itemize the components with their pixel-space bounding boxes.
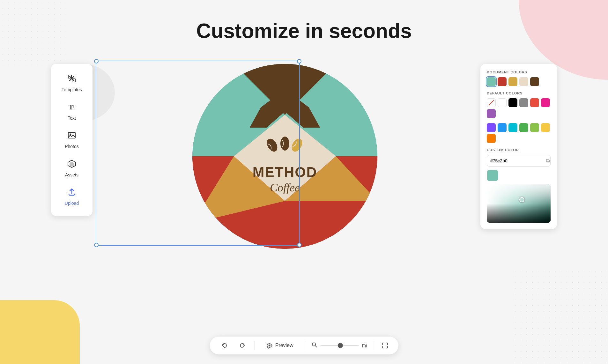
color-white[interactable]: [498, 98, 507, 107]
doc-color-red[interactable]: [498, 77, 507, 86]
color-cyan[interactable]: [508, 123, 517, 132]
color-black[interactable]: [508, 98, 517, 107]
handle-bottomleft[interactable]: [94, 243, 99, 247]
color-panel: DOCUMENT COLORS DEFAULT COLORS: [480, 64, 557, 229]
custom-color-title: CUSTOM COLOR: [487, 148, 551, 152]
color-violet[interactable]: [487, 123, 496, 132]
copy-icon[interactable]: ⧉: [546, 158, 550, 164]
preview-label: Preview: [275, 343, 293, 348]
zoom-controls: Fit: [312, 342, 367, 349]
color-none[interactable]: [487, 98, 496, 107]
handle-topleft[interactable]: [94, 59, 99, 63]
color-green[interactable]: [519, 123, 528, 132]
svg-marker-9: [70, 162, 74, 167]
svg-rect-6: [68, 132, 75, 138]
svg-text:Coffee: Coffee: [270, 181, 300, 194]
document-colors-row: [487, 77, 551, 86]
fullscreen-button[interactable]: [380, 341, 389, 350]
text-icon: T T: [67, 102, 76, 114]
toolbar-templates[interactable]: Templates: [51, 69, 93, 97]
svg-line-42: [315, 345, 317, 347]
photos-label: Photos: [65, 144, 79, 149]
document-colors-title: DOCUMENT COLORS: [487, 70, 551, 74]
color-blue[interactable]: [498, 123, 507, 132]
page-title: Customize in seconds: [0, 0, 608, 43]
assets-label: Assets: [65, 172, 78, 177]
svg-text:T: T: [72, 104, 76, 109]
picker-handle[interactable]: [519, 197, 524, 202]
preview-button[interactable]: Preview: [261, 340, 299, 351]
upload-label: Upload: [65, 201, 79, 206]
gradient-picker[interactable]: [487, 184, 551, 223]
redo-button[interactable]: [237, 341, 248, 350]
toolbar-assets[interactable]: Assets: [51, 154, 93, 182]
text-label: Text: [68, 115, 76, 121]
assets-icon: [67, 159, 76, 170]
left-toolbar: Templates T T Text Photos: [51, 64, 93, 216]
toolbar-divider-3: [374, 341, 374, 350]
custom-color-input[interactable]: #75c2b0: [490, 158, 546, 163]
color-orange[interactable]: [487, 134, 496, 143]
undo-button[interactable]: [219, 341, 230, 350]
default-colors-title: DEFAULT COLORS: [487, 91, 551, 95]
doc-color-teal[interactable]: [487, 77, 496, 86]
fit-label: Fit: [362, 343, 367, 348]
color-pink[interactable]: [541, 98, 550, 107]
doc-color-brown[interactable]: [530, 77, 539, 86]
zoom-slider-thumb[interactable]: [338, 343, 343, 348]
color-gray[interactable]: [519, 98, 528, 107]
toolbar-divider-1: [255, 341, 255, 350]
custom-color-input-row: #75c2b0 ⧉: [487, 155, 551, 167]
editor-area: Templates T T Text Photos: [51, 57, 557, 338]
color-lime[interactable]: [530, 123, 539, 132]
toolbar-photos[interactable]: Photos: [51, 126, 93, 154]
toolbar-upload[interactable]: Upload: [51, 182, 93, 211]
doc-color-cream[interactable]: [519, 77, 528, 86]
svg-point-7: [70, 134, 71, 135]
default-colors-row-2: [487, 123, 551, 143]
upload-icon: [67, 188, 76, 199]
default-colors-row: [487, 98, 551, 118]
toolbar-divider-2: [305, 341, 305, 350]
svg-point-38: [269, 345, 271, 346]
svg-point-34: [280, 137, 289, 151]
toolbar-text[interactable]: T T Text: [51, 97, 93, 126]
zoom-icon: [312, 342, 317, 349]
templates-icon: [67, 74, 76, 85]
selected-color-preview[interactable]: [487, 170, 498, 181]
color-red[interactable]: [530, 98, 539, 107]
templates-label: Templates: [62, 87, 82, 92]
color-yellow[interactable]: [541, 123, 550, 132]
photos-icon: [67, 131, 76, 142]
canvas-wrapper: METHOD Coffee: [99, 57, 471, 249]
color-purple[interactable]: [487, 109, 496, 118]
svg-line-39: [268, 347, 268, 348]
svg-text:METHOD: METHOD: [253, 164, 317, 180]
bottom-toolbar: Preview Fit: [210, 337, 398, 354]
logo-canvas[interactable]: METHOD Coffee: [192, 64, 377, 249]
zoom-slider[interactable]: [321, 345, 359, 346]
doc-color-gold[interactable]: [508, 77, 517, 86]
handle-topright[interactable]: [297, 59, 301, 63]
